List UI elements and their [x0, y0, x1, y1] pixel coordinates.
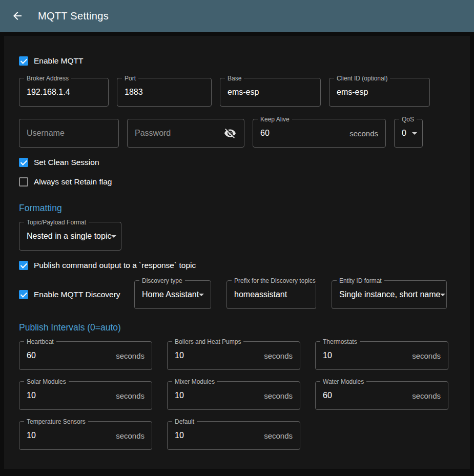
entity-id-format-value: Single instance, short name — [339, 290, 440, 299]
water-interval-input[interactable] — [323, 391, 408, 400]
discovery-prefix-field[interactable]: Prefix for the Discovery topics — [226, 280, 316, 309]
discovery-row: Enable MQTT Discovery Discovery type Hom… — [19, 280, 455, 309]
password-field[interactable] — [127, 119, 244, 148]
thermostats-interval-input[interactable] — [323, 351, 408, 360]
broker-address-input[interactable] — [27, 88, 101, 97]
clean-session-row[interactable]: Set Clean Session — [19, 153, 455, 172]
clean-session-checkbox[interactable] — [19, 158, 28, 167]
password-input[interactable] — [135, 129, 223, 138]
seconds-suffix: seconds — [112, 351, 145, 360]
retain-flag-checkbox[interactable] — [19, 177, 28, 187]
mixer-interval-field[interactable]: Mixer Modules seconds — [167, 381, 300, 410]
seconds-suffix: seconds — [408, 391, 441, 400]
default-interval-field[interactable]: Default seconds — [167, 421, 300, 450]
enable-mqtt-row[interactable]: Enable MQTT — [19, 51, 455, 71]
settings-panel: Enable MQTT Broker Address Port Base Cli… — [4, 36, 470, 469]
publish-response-checkbox[interactable] — [19, 261, 28, 270]
entity-id-format-select[interactable]: Entity ID format Single instance, short … — [332, 280, 447, 309]
visibility-off-icon — [224, 127, 236, 139]
port-label: Port — [122, 75, 138, 82]
seconds-suffix: seconds — [112, 431, 145, 440]
default-interval-input[interactable] — [175, 431, 260, 440]
publish-intervals-heading: Publish Intervals (0=auto) — [19, 322, 455, 333]
client-id-label: Client ID (optional) — [334, 75, 390, 82]
seconds-suffix: seconds — [260, 391, 293, 400]
discovery-type-label: Discovery type — [139, 277, 185, 284]
formatting-heading: Formatting — [19, 203, 455, 214]
discovery-prefix-label: Prefix for the Discovery topics — [232, 277, 318, 284]
page-title: MQTT Settings — [38, 10, 109, 22]
topic-format-label: Topic/Payload Format — [24, 219, 89, 226]
discovery-prefix-input[interactable] — [234, 290, 308, 299]
credentials-row: Keep Alive seconds QoS 0 — [19, 119, 455, 148]
heartbeat-interval-field[interactable]: Heartbeat seconds — [19, 341, 152, 370]
base-input[interactable] — [228, 88, 313, 97]
discovery-type-value: Home Assistant — [142, 290, 199, 299]
port-input[interactable] — [125, 88, 204, 97]
boilers-interval-field[interactable]: Boilers and Heat Pumps seconds — [167, 341, 300, 370]
broker-address-label: Broker Address — [24, 75, 71, 82]
mixer-interval-input[interactable] — [175, 391, 260, 400]
chevron-down-icon — [111, 235, 116, 238]
publish-response-row[interactable]: Publish command output to a `response` t… — [19, 256, 455, 275]
broker-address-field[interactable]: Broker Address — [19, 78, 109, 107]
boilers-interval-input[interactable] — [175, 351, 260, 360]
base-label: Base — [225, 75, 244, 82]
keep-alive-input[interactable] — [260, 129, 345, 138]
port-field[interactable]: Port — [117, 78, 212, 107]
enable-mqtt-checkbox[interactable] — [19, 56, 28, 66]
retain-flag-row[interactable]: Always set Retain flag — [19, 172, 455, 192]
temperature-sensors-interval-input[interactable] — [27, 431, 112, 440]
keep-alive-field[interactable]: Keep Alive seconds — [253, 119, 386, 148]
discovery-type-select[interactable]: Discovery type Home Assistant — [134, 280, 211, 309]
publish-intervals-grid: Heartbeat seconds Boilers and Heat Pumps… — [19, 341, 455, 450]
solar-interval-input[interactable] — [27, 391, 112, 400]
solar-interval-label: Solar Modules — [24, 378, 69, 385]
enable-mqtt-label: Enable MQTT — [34, 56, 83, 66]
chevron-down-icon — [199, 294, 204, 296]
qos-select[interactable]: QoS 0 — [394, 119, 423, 148]
seconds-suffix: seconds — [408, 351, 441, 360]
heartbeat-interval-label: Heartbeat — [24, 338, 56, 345]
mixer-interval-label: Mixer Modules — [172, 378, 217, 385]
topic-format-select[interactable]: Topic/Payload Format Nested in a single … — [19, 222, 121, 251]
username-field[interactable] — [19, 119, 119, 148]
arrow-back-icon — [11, 10, 24, 22]
qos-value: 0 — [402, 129, 406, 138]
temperature-sensors-interval-field[interactable]: Temperature Sensors seconds — [19, 421, 152, 450]
password-visibility-toggle[interactable] — [223, 127, 237, 140]
thermostats-interval-label: Thermostats — [320, 338, 360, 345]
water-interval-field[interactable]: Water Modules seconds — [315, 381, 448, 410]
clean-session-label: Set Clean Session — [34, 158, 99, 167]
seconds-suffix: seconds — [260, 351, 293, 360]
water-interval-label: Water Modules — [320, 378, 366, 385]
back-button[interactable] — [7, 6, 28, 26]
app-bar: MQTT Settings — [0, 0, 474, 32]
heartbeat-interval-input[interactable] — [27, 351, 112, 360]
publish-response-label: Publish command output to a `response` t… — [34, 261, 196, 270]
seconds-suffix: seconds — [260, 431, 293, 440]
default-interval-label: Default — [172, 418, 197, 425]
client-id-field[interactable]: Client ID (optional) — [329, 78, 430, 107]
boilers-interval-label: Boilers and Heat Pumps — [172, 338, 243, 345]
entity-id-format-label: Entity ID format — [337, 277, 384, 284]
qos-label: QoS — [399, 116, 417, 123]
chevron-down-icon — [412, 132, 417, 135]
base-field[interactable]: Base — [220, 78, 321, 107]
enable-discovery-checkbox[interactable] — [19, 290, 28, 299]
seconds-suffix: seconds — [112, 391, 145, 400]
chevron-down-icon — [440, 294, 445, 296]
broker-settings-row: Broker Address Port Base Client ID (opti… — [19, 78, 455, 107]
enable-discovery-label: Enable MQTT Discovery — [34, 290, 120, 299]
retain-flag-label: Always set Retain flag — [34, 177, 112, 187]
enable-discovery-row[interactable]: Enable MQTT Discovery — [19, 285, 134, 304]
solar-interval-field[interactable]: Solar Modules seconds — [19, 381, 152, 410]
thermostats-interval-field[interactable]: Thermostats seconds — [315, 341, 448, 370]
temperature-sensors-interval-label: Temperature Sensors — [24, 418, 88, 425]
seconds-suffix: seconds — [345, 129, 378, 138]
keep-alive-label: Keep Alive — [258, 116, 292, 123]
client-id-input[interactable] — [337, 88, 422, 97]
username-input[interactable] — [27, 129, 111, 138]
topic-format-value: Nested in a single topic — [27, 232, 111, 241]
